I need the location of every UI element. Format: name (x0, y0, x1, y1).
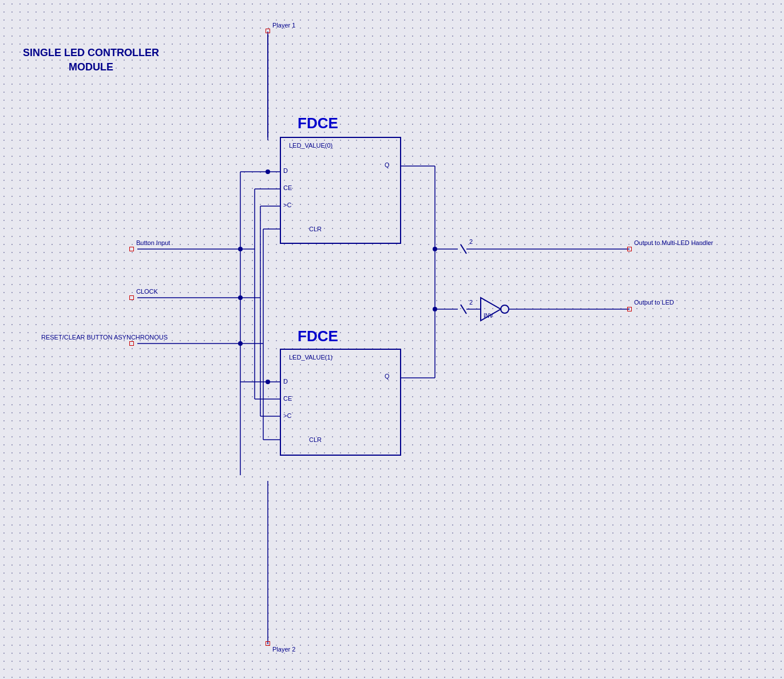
fdce2-c-label: >C (283, 412, 291, 419)
module-title: SINGLE LED CONTROLLER MODULE (23, 46, 159, 74)
clock-port (129, 295, 134, 300)
upper-bus-label: 2 (469, 238, 473, 245)
fdce1-ce-label: CE (283, 184, 292, 191)
svg-point-13 (266, 169, 270, 174)
svg-rect-3 (280, 349, 401, 455)
fdce1-c-label: >C (283, 202, 291, 208)
button-input-port (129, 247, 134, 251)
multi-led-output-port (627, 247, 632, 251)
led-output-port (627, 307, 632, 311)
fdce2-ce-label: CE (283, 395, 292, 402)
inv-label: INV (484, 313, 493, 319)
svg-rect-2 (280, 137, 401, 243)
svg-line-41 (461, 305, 466, 314)
fdce1-title: FDCE (298, 115, 338, 132)
player1-label: Player 1 (272, 22, 295, 29)
svg-line-38 (461, 244, 466, 254)
fdce1-d-label: D (283, 167, 288, 174)
clock-label: CLOCK (136, 288, 158, 295)
fdce2-clr-label: CLR (309, 436, 322, 443)
fdce2-d-label: D (283, 378, 288, 385)
svg-point-44 (501, 305, 509, 313)
fdce2-instance-label: LED_VALUE(1) (289, 354, 332, 361)
fdce1-clr-label: CLR (309, 226, 322, 232)
multi-led-output-label: Output to Multi-LED Handler (634, 239, 713, 246)
svg-point-25 (266, 380, 270, 384)
led-output-label: Output to LED (634, 299, 674, 306)
fdce2-q-label: Q (385, 373, 390, 380)
player1-port (266, 29, 270, 33)
fdce1-q-label: Q (385, 161, 390, 168)
button-input-label: Button Input (136, 239, 170, 246)
reset-label: RESET/CLEAR BUTTON ASYNCHRONOUS (41, 334, 168, 341)
fdce2-title: FDCE (298, 327, 338, 345)
fdce1-instance-label: LED_VALUE(0) (289, 142, 332, 149)
player2-port (266, 641, 270, 646)
reset-port (129, 341, 134, 346)
player2-label: Player 2 (272, 646, 295, 653)
lower-bus-label: 2 (469, 299, 473, 306)
